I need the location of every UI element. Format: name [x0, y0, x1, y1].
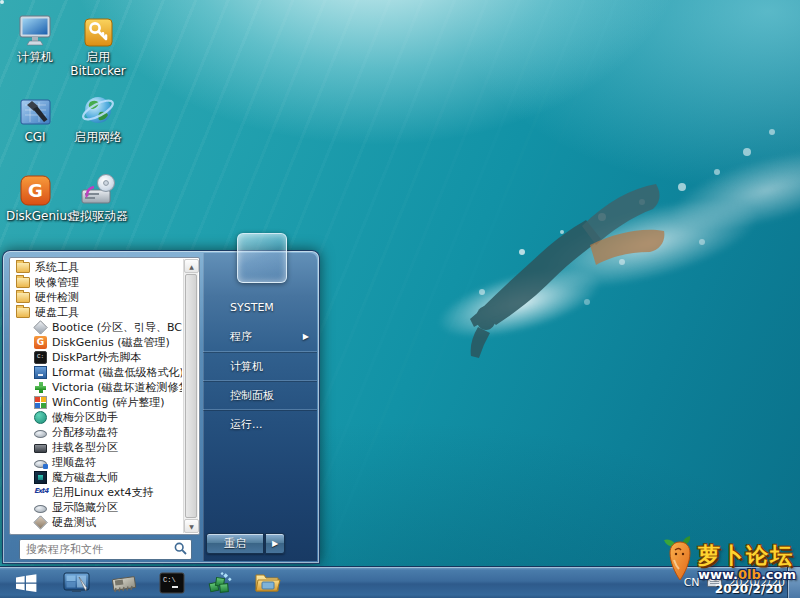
start-right-computer[interactable]: 计算机 — [203, 351, 317, 380]
search-input[interactable] — [19, 539, 192, 560]
svg-text:C:\: C:\ — [163, 576, 176, 584]
disk-master-icon — [34, 471, 47, 484]
diver-silhouette — [420, 140, 700, 370]
menu-item-partition-assistant[interactable]: 傲梅分区助手 — [11, 410, 182, 425]
lformat-icon — [34, 366, 47, 379]
scrollbar-thumb[interactable] — [185, 274, 197, 518]
desktop-icon-label: 计算机 — [6, 51, 64, 65]
dos-shell-icon — [34, 351, 47, 364]
folder-icon — [16, 277, 30, 288]
disk-icon — [34, 430, 47, 438]
keyboard-icon[interactable] — [707, 578, 722, 587]
menu-item-wincontig[interactable]: WinContig (碎片整理) — [11, 395, 182, 410]
menu-item-image-management[interactable]: 映像管理 — [11, 275, 182, 290]
desktop-icon-label: 虚拟驱动器 — [66, 210, 130, 224]
command-prompt-icon: C:\ — [159, 572, 185, 594]
diskgenius-mini-icon — [34, 336, 47, 349]
desktop-icon-network[interactable]: 启用网络 — [66, 90, 130, 145]
bubble-trail — [0, 0, 4, 4]
desktop-icon-cgi[interactable]: CGI — [6, 90, 64, 145]
folder-icon — [16, 292, 30, 303]
taskbar-display-tweaker[interactable] — [58, 568, 94, 598]
desktop-icon-label: CGI — [6, 131, 64, 145]
menu-item-order-drive-letters[interactable]: 理顺盘符 — [11, 455, 182, 470]
start-menu: 系统工具 映像管理 硬件检测 硬盘工具 Bootice (分区、引导、BCD编辑… — [2, 250, 320, 564]
windows-logo-icon — [14, 572, 38, 594]
victoria-cross-icon — [34, 381, 47, 394]
menu-item-diskpart[interactable]: DiskPart外壳脚本 — [11, 350, 182, 365]
menu-item-disk-tools[interactable]: 硬盘工具 — [11, 305, 182, 320]
svg-text:G: G — [28, 180, 43, 201]
submenu-arrow-icon: ▶ — [303, 332, 309, 341]
diskgenius-icon: G — [6, 169, 64, 207]
disk-test-icon — [33, 515, 47, 529]
menu-item-lformat[interactable]: Lformat (磁盘低级格式化) — [11, 365, 182, 380]
desktop-icon-label: 启用网络 — [66, 131, 130, 145]
menu-item-show-hidden-partitions[interactable]: 显示隐藏分区 — [11, 500, 182, 515]
scrollbar[interactable]: ▲ ▼ — [183, 259, 198, 533]
bootice-icon — [33, 320, 47, 334]
restart-button[interactable]: 重启 — [206, 533, 264, 554]
taskbar: C:\ — [0, 566, 800, 598]
start-right-programs[interactable]: 程序▶ — [203, 322, 317, 351]
folder-icon — [16, 262, 30, 273]
start-right-user[interactable]: SYSTEM — [203, 293, 317, 322]
menu-item-disk-master[interactable]: 魔方磁盘大师 — [11, 470, 182, 485]
desktop-icon-label: DiskGenius — [6, 210, 64, 224]
scroll-up-icon[interactable]: ▲ — [184, 259, 199, 273]
taskbar-command-prompt[interactable]: C:\ — [154, 568, 190, 598]
start-menu-program-list: 系统工具 映像管理 硬件检测 硬盘工具 Bootice (分区、引导、BCD编辑… — [9, 257, 200, 535]
taskbar-registry-editor[interactable] — [202, 568, 238, 598]
desktop-icon-virtual-drive[interactable]: 虚拟驱动器 — [66, 169, 130, 224]
virtual-drive-icon — [66, 169, 130, 207]
desktop-icon-bitlocker[interactable]: 启用 BitLocker — [66, 10, 130, 79]
file-explorer-icon — [254, 571, 282, 594]
show-desktop-button[interactable] — [787, 567, 800, 598]
menu-item-assign-drive-letter[interactable]: 分配移动盘符 — [11, 425, 182, 440]
partition-assistant-icon — [34, 411, 47, 424]
system-tray: CN 2020/2/20 — [684, 567, 785, 598]
start-menu-search — [19, 538, 192, 559]
desktop-icon-computer[interactable]: 计算机 — [6, 10, 64, 65]
user-avatar[interactable] — [237, 233, 287, 283]
start-right-control-panel[interactable]: 控制面板 — [203, 380, 317, 409]
bitlocker-key-icon — [66, 10, 130, 48]
menu-item-mount-partitions[interactable]: 挂载各型分区 — [11, 440, 182, 455]
display-tweaker-icon — [63, 571, 90, 595]
scroll-down-icon[interactable]: ▼ — [184, 519, 199, 533]
language-indicator[interactable]: CN — [684, 576, 700, 589]
menu-item-hardware-detect[interactable]: 硬件检测 — [11, 290, 182, 305]
ext4-icon — [34, 486, 47, 499]
menu-item-disk-test[interactable]: 硬盘测试 — [11, 515, 182, 530]
tray-date[interactable]: 2020/2/20 — [729, 576, 785, 589]
search-icon — [174, 542, 187, 555]
desktop-icon-label: 启用 BitLocker — [66, 51, 130, 79]
menu-item-system-tools[interactable]: 系统工具 — [11, 260, 182, 275]
cgi-backup-icon — [6, 90, 64, 128]
wincontig-grid-icon — [34, 396, 47, 409]
disk-icon — [34, 505, 47, 513]
menu-item-bootice[interactable]: Bootice (分区、引导、BCD编辑、C — [11, 320, 182, 335]
start-right-run[interactable]: 运行... — [203, 409, 317, 438]
taskbar-file-explorer[interactable] — [250, 568, 286, 598]
taskbar-memory-tool[interactable] — [106, 568, 142, 598]
disk-arrow-icon — [34, 460, 47, 468]
start-button[interactable] — [6, 568, 46, 598]
folder-icon — [16, 307, 30, 318]
desktop-icon-diskgenius[interactable]: G DiskGenius — [6, 169, 64, 224]
menu-item-victoria[interactable]: Victoria (磁盘坏道检测修复) — [11, 380, 182, 395]
memory-chip-icon — [110, 572, 138, 594]
menu-item-diskgenius[interactable]: DiskGenius (磁盘管理) — [11, 335, 182, 350]
computer-icon — [6, 10, 64, 48]
menu-item-ext4-support[interactable]: 启用Linux ext4支持 — [11, 485, 182, 500]
network-globe-icon — [66, 90, 130, 128]
drive-icon — [34, 444, 47, 453]
registry-editor-icon — [207, 571, 233, 595]
restart-options-arrow[interactable]: ▶ — [265, 533, 285, 554]
start-menu-right-pane: SYSTEM 程序▶ 计算机 控制面板 运行... 重启 ▶ — [203, 253, 317, 561]
